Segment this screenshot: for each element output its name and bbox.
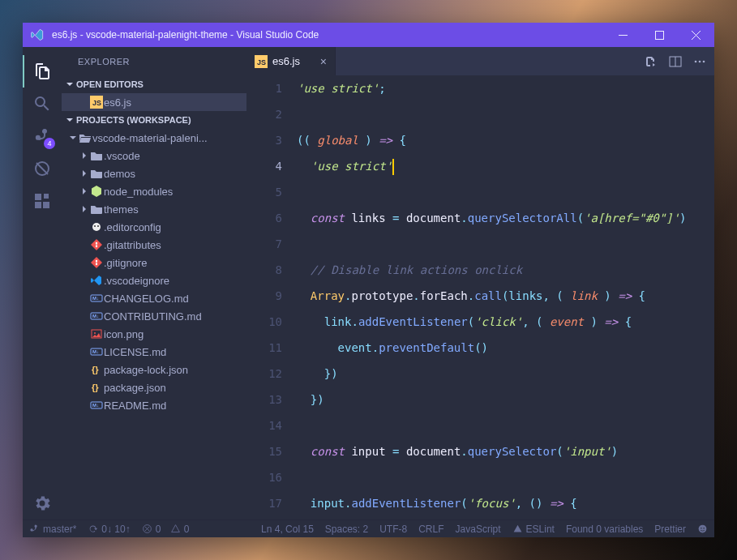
activity-settings[interactable] [23, 487, 62, 519]
more-icon[interactable] [693, 55, 706, 68]
code-line[interactable]: 'use strict' [297, 153, 714, 179]
nodejs-icon [90, 185, 103, 198]
files-icon [32, 62, 52, 81]
line-number: 9 [246, 283, 282, 309]
code-line[interactable]: input.addEventListener('focus', () => { [297, 490, 714, 516]
code-line[interactable] [297, 179, 714, 205]
markdown-icon: M↓ [90, 310, 103, 323]
file-tree-item[interactable]: {}package-lock.json [62, 361, 246, 378]
file-tree-item[interactable]: M↓CHANGELOG.md [62, 289, 246, 307]
open-editors-tree: JSes6.js [62, 93, 246, 111]
file-tree-item[interactable]: icon.png [62, 325, 246, 343]
code-line[interactable] [297, 101, 714, 127]
file-tree-item[interactable]: {}package.json [62, 378, 246, 396]
file-tree-label: .gitattributes [104, 239, 161, 251]
status-problems[interactable]: 0 0 [142, 524, 190, 535]
status-sync[interactable]: 0↓ 10↑ [88, 524, 130, 535]
status-vars[interactable]: Found 0 variables [566, 524, 643, 535]
file-tree-label: CONTRIBUTING.md [104, 310, 202, 323]
line-number: 14 [246, 413, 282, 438]
chevron-right-icon [80, 187, 88, 195]
line-number: 16 [246, 464, 282, 490]
file-tree-item[interactable]: JSes6.js [62, 93, 246, 111]
minimize-button[interactable] [605, 23, 641, 47]
sidebar: EXPLORER OPEN EDITORS JSes6.js PROJECTS … [62, 47, 246, 519]
code-line[interactable]: 'use strict'; [297, 75, 714, 101]
code-content[interactable]: 'use strict';(( global ) => { 'use stric… [297, 75, 714, 519]
code-line[interactable] [297, 413, 714, 438]
code-line[interactable]: (( global ) => { [297, 127, 714, 153]
open-editors-header[interactable]: OPEN EDITORS [62, 75, 246, 93]
file-tree-item[interactable]: node_modules [62, 182, 246, 200]
file-tree-item[interactable]: .gitignore [62, 254, 246, 271]
file-tree-item[interactable]: M↓LICENSE.md [62, 343, 246, 361]
file-tree-item[interactable]: themes [62, 200, 246, 218]
workspace-tree: vscode-material-paleni....vscodedemosnod… [62, 129, 246, 414]
code-line[interactable]: event.preventDefault() [297, 335, 714, 361]
file-tree-item[interactable]: .vscodeignore [62, 271, 246, 289]
activity-explorer[interactable] [23, 55, 62, 88]
code-line[interactable] [297, 464, 714, 490]
svg-text:M↓: M↓ [92, 349, 99, 354]
editor-area[interactable]: 1234567891011121314151617 'use strict';(… [246, 75, 714, 519]
activity-debug[interactable] [23, 152, 62, 185]
svg-text:M↓: M↓ [92, 314, 99, 318]
status-lang[interactable]: JavaScript [456, 524, 501, 535]
folder-icon [90, 149, 103, 162]
status-encoding[interactable]: UTF-8 [379, 524, 407, 535]
file-tree-label: LICENSE.md [104, 346, 166, 358]
svg-rect-0 [656, 31, 664, 39]
activity-scm[interactable]: 4 [23, 120, 62, 152]
status-cursor[interactable]: Ln 4, Col 15 [261, 524, 314, 535]
file-tree-label: demos [104, 168, 135, 180]
line-number: 15 [246, 438, 282, 464]
activity-search[interactable] [23, 88, 62, 120]
code-line[interactable]: const input = document.querySelector('in… [297, 438, 714, 464]
maximize-button[interactable] [641, 23, 678, 47]
status-prettier[interactable]: Prettier [654, 524, 686, 535]
line-number: 8 [246, 257, 282, 283]
code-line[interactable] [297, 231, 714, 257]
file-tree-label: .vscodeignore [104, 275, 169, 287]
code-line[interactable]: link.addEventListener('click', ( event )… [297, 309, 714, 335]
chevron-right-icon [80, 152, 88, 160]
file-tree-item[interactable]: .vscode [62, 147, 246, 165]
folder-icon [90, 167, 103, 180]
line-number: 6 [246, 205, 282, 231]
svg-point-27 [695, 60, 697, 62]
status-branch[interactable]: master* [29, 524, 76, 535]
tab-close-icon[interactable]: × [320, 55, 327, 68]
svg-point-5 [94, 225, 96, 227]
file-tree-item[interactable]: demos [62, 165, 246, 182]
workspace-header[interactable]: PROJECTS (WORKSPACE) [62, 111, 246, 129]
svg-text:M↓: M↓ [92, 296, 99, 301]
line-number: 10 [246, 309, 282, 335]
file-tree-item[interactable]: .editorconfig [62, 218, 246, 236]
vscode-icon [90, 274, 103, 287]
file-tree-label: README.md [104, 400, 166, 412]
close-button[interactable] [678, 23, 714, 47]
tab-es6js[interactable]: JS es6.js × [246, 47, 336, 75]
activity-extensions[interactable] [23, 185, 62, 217]
code-line[interactable]: const links = document.querySelectorAll(… [297, 205, 714, 231]
status-eslint[interactable]: ESLint [512, 524, 555, 535]
file-tree-item[interactable]: .gitattributes [62, 236, 246, 254]
folder-open-icon [79, 131, 92, 144]
status-spaces[interactable]: Spaces: 2 [325, 524, 368, 535]
activity-bar: 4 [23, 47, 62, 519]
code-line[interactable]: }) [297, 387, 714, 413]
title-bar[interactable]: es6.js - vscode-material-palenight-theme… [23, 23, 714, 47]
compare-changes-icon[interactable] [645, 55, 658, 68]
code-line[interactable]: }) [297, 361, 714, 387]
status-eol[interactable]: CRLF [418, 524, 443, 535]
split-editor-icon[interactable] [669, 55, 682, 68]
code-line[interactable]: // Disable link actions onclick [297, 257, 714, 283]
line-number: 3 [246, 127, 282, 153]
file-tree-item[interactable]: vscode-material-paleni... [62, 129, 246, 147]
status-feedback[interactable] [697, 524, 708, 534]
file-tree-item[interactable]: M↓CONTRIBUTING.md [62, 307, 246, 325]
code-line[interactable]: Array.prototype.forEach.call(links, ( li… [297, 283, 714, 309]
svg-text:{}: {} [92, 365, 99, 374]
line-number: 12 [246, 361, 282, 387]
file-tree-item[interactable]: M↓README.md [62, 396, 246, 414]
